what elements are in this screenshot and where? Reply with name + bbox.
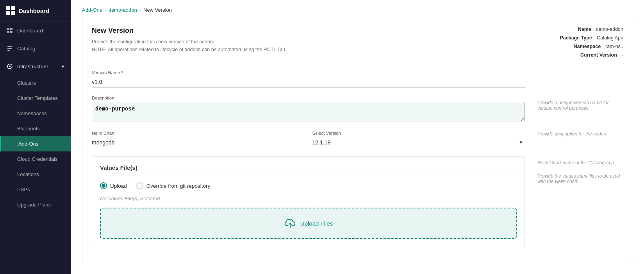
sidebar: Dashboard Dashboard Catalog xyxy=(0,0,71,274)
info-version-val: - xyxy=(622,52,623,58)
info-package-val: Catalog App xyxy=(597,35,623,41)
sidebar-item-namespaces[interactable]: Namespaces xyxy=(0,106,71,121)
info-namespace-key: Namespace xyxy=(574,44,601,49)
sidebar-item-addons[interactable]: Add-Ons xyxy=(0,136,71,151)
svg-rect-5 xyxy=(7,48,12,49)
values-hint: Provide the values.yaml files to be used… xyxy=(537,173,623,184)
logo-label: Dashboard xyxy=(19,7,49,14)
page-title: New Version xyxy=(92,27,286,35)
svg-rect-0 xyxy=(7,28,9,30)
sidebar-label-namespaces: Namespaces xyxy=(17,110,47,116)
select-version-wrapper: 12.1.19 ▼ xyxy=(312,137,525,148)
sidebar-label-psps: PSPs xyxy=(17,187,30,192)
form-subtitle: Provide the configuration for a new vers… xyxy=(92,38,286,53)
sidebar-label-upgrade-plans: Upgrade Plans xyxy=(17,202,51,208)
svg-rect-6 xyxy=(7,50,10,51)
sidebar-label-catalog: Catalog xyxy=(17,46,36,52)
logo-grid-icon xyxy=(6,6,15,15)
chevron-down-icon: ▼ xyxy=(61,64,65,69)
breadcrumb: Add-Ons › demo-addon › New Version xyxy=(71,0,644,17)
radio-upload-label: Upload xyxy=(110,183,127,189)
description-label: Description xyxy=(92,96,525,100)
hints-panel: Provide a unique version name for versio… xyxy=(537,70,623,247)
info-name-val: demo-addon xyxy=(596,27,623,32)
description-input[interactable] xyxy=(92,102,525,121)
sidebar-item-cluster-templates[interactable]: Cluster Templates xyxy=(0,91,71,106)
breadcrumb-addons[interactable]: Add-Ons xyxy=(82,7,102,13)
sidebar-item-clusters[interactable]: Clusters xyxy=(0,75,71,91)
sidebar-item-upgrade-plans[interactable]: Upgrade Plans xyxy=(0,197,71,212)
sidebar-label-blueprints: Blueprints xyxy=(17,126,40,132)
info-version-key: Current Version xyxy=(580,52,617,58)
form-panel: New Version Provide the configuration fo… xyxy=(82,17,633,263)
sidebar-item-blueprints[interactable]: Blueprints xyxy=(0,121,71,136)
breadcrumb-sep-1: › xyxy=(104,7,106,13)
breadcrumb-sep-2: › xyxy=(139,7,141,13)
helm-chart-input[interactable] xyxy=(92,137,305,148)
sidebar-logo[interactable]: Dashboard xyxy=(0,0,71,21)
helm-chart-hint: Helm Chart name of the Catalog App xyxy=(537,160,623,165)
info-name-row: Name demo-addon xyxy=(560,27,623,32)
info-package-row: Package Type Catalog App xyxy=(560,35,623,41)
info-namespace-row: Namespace ram-ns1 xyxy=(560,44,623,49)
select-version-dropdown[interactable]: 12.1.19 xyxy=(312,137,525,148)
helm-chart-row: Helm Chart Select Version 12.1.19 ▼ xyxy=(92,131,525,148)
content-area: New Version Provide the configuration fo… xyxy=(71,17,644,274)
subtitle-line2: NOTE: All operations related to lifecycl… xyxy=(92,47,286,52)
breadcrumb-demo-addon[interactable]: demo-addon xyxy=(109,7,137,13)
sidebar-item-catalog[interactable]: Catalog xyxy=(0,39,71,57)
sidebar-item-psps[interactable]: PSPs xyxy=(0,182,71,197)
info-package-key: Package Type xyxy=(560,35,592,41)
version-name-field: Version Name * xyxy=(92,70,525,88)
svg-point-8 xyxy=(9,66,11,67)
main-content: Add-Ons › demo-addon › New Version New V… xyxy=(71,0,644,274)
infrastructure-icon xyxy=(6,63,13,70)
catalog-icon xyxy=(6,45,13,52)
info-version-row: Current Version - xyxy=(560,52,623,58)
sidebar-label-addons: Add-Ons xyxy=(18,141,38,147)
sidebar-item-dashboard[interactable]: Dashboard xyxy=(0,21,71,39)
select-version-label: Select Version xyxy=(312,131,525,135)
upload-cloud-icon xyxy=(284,217,296,230)
version-name-input[interactable] xyxy=(92,77,525,88)
description-field: Description xyxy=(92,96,525,123)
right-info-block: Name demo-addon Package Type Catalog App… xyxy=(544,27,623,61)
radio-group: Upload Override from git repository xyxy=(100,182,517,189)
sidebar-item-infrastructure[interactable]: Infrastructure ▼ xyxy=(0,57,71,75)
radio-git-label: Override from git repository xyxy=(146,183,211,189)
radio-git-circle xyxy=(136,182,143,189)
values-title: Values File(s) xyxy=(100,164,517,176)
sidebar-label-dashboard: Dashboard xyxy=(17,28,43,34)
sidebar-label-cloud-credentials: Cloud Credentials xyxy=(17,156,57,162)
radio-upload-option[interactable]: Upload xyxy=(100,182,127,189)
radio-git-option[interactable]: Override from git repository xyxy=(136,182,211,189)
sidebar-label-infrastructure: Infrastructure xyxy=(17,64,48,69)
upload-label: Upload Files xyxy=(300,220,333,227)
sidebar-label-cluster-templates: Cluster Templates xyxy=(17,95,58,101)
helm-chart-field: Helm Chart xyxy=(92,131,305,148)
dashboard-icon xyxy=(6,27,13,34)
upload-zone[interactable]: Upload Files xyxy=(100,208,517,239)
select-version-field: Select Version 12.1.19 ▼ xyxy=(312,131,525,148)
breadcrumb-current: New Version xyxy=(143,7,172,13)
svg-rect-1 xyxy=(10,28,12,30)
sidebar-item-locations[interactable]: Locations xyxy=(0,167,71,182)
svg-rect-2 xyxy=(7,31,9,33)
no-files-label: No Values File(s) Selected xyxy=(100,196,517,201)
values-section: Values File(s) Upload Override from git … xyxy=(92,156,525,247)
version-name-hint: Provide a unique version name for versio… xyxy=(537,100,623,111)
svg-rect-4 xyxy=(7,46,12,47)
helm-chart-label: Helm Chart xyxy=(92,131,305,135)
radio-upload-circle xyxy=(100,182,107,189)
info-namespace-val: ram-ns1 xyxy=(605,44,623,49)
info-name-key: Name xyxy=(578,27,591,32)
description-hint: Provide description for the addon xyxy=(537,131,623,137)
sidebar-item-cloud-credentials[interactable]: Cloud Credentials xyxy=(0,151,71,167)
sidebar-label-locations: Locations xyxy=(17,171,39,177)
version-name-label: Version Name * xyxy=(92,70,525,75)
svg-rect-3 xyxy=(10,31,12,33)
subtitle-line1: Provide the configuration for a new vers… xyxy=(92,39,214,44)
sidebar-label-clusters: Clusters xyxy=(17,80,36,86)
